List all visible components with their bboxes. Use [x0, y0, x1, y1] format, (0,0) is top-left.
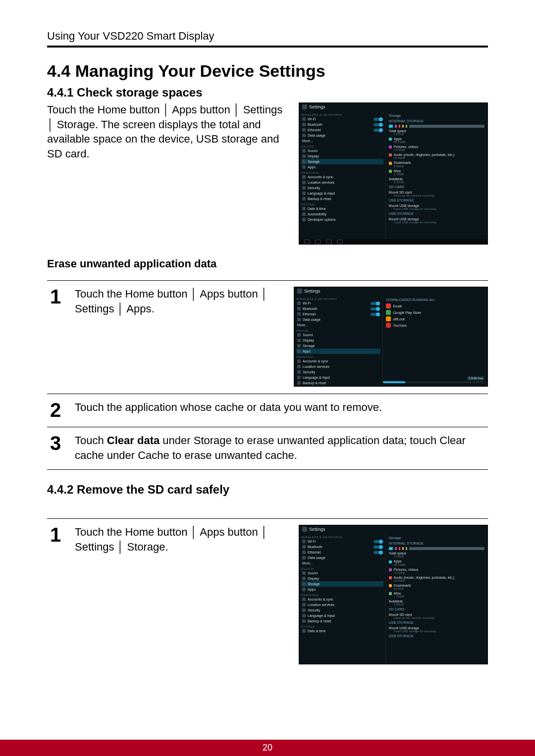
- sidebar-item-sound[interactable]: Sound: [301, 148, 383, 153]
- sidebar-item-display[interactable]: Display: [301, 153, 383, 159]
- sidebar-item-display[interactable]: Display: [301, 576, 383, 581]
- sidebar-item-label: Language & input: [308, 192, 335, 195]
- sidebar-item-wifi[interactable]: Wi-Fi: [301, 539, 383, 544]
- sidebar-item-developer[interactable]: Developer options: [301, 217, 383, 222]
- sidebar-item-storage[interactable]: Storage: [301, 581, 383, 587]
- sidebar-item-accounts[interactable]: Accounts & sync: [296, 358, 380, 364]
- legend-free: [409, 547, 484, 550]
- legend-audio: [399, 125, 400, 128]
- sidebar-item-ethernet[interactable]: Ethernet: [296, 311, 380, 317]
- app-icon: [386, 310, 391, 315]
- wifi-icon: [302, 540, 306, 543]
- sidebar-item-bluetooth[interactable]: Bluetooth: [301, 544, 383, 550]
- app-row[interactable]: YouTube: [386, 323, 484, 328]
- row-pics[interactable]: Pictures, videos72.00KB: [389, 568, 484, 574]
- sidebar-item-more[interactable]: More...: [296, 322, 380, 328]
- sidebar-item-label: Storage: [303, 344, 315, 348]
- apps-storage-bar: 5.5GB free: [383, 381, 484, 383]
- recent-icon[interactable]: [326, 240, 332, 244]
- row-apps[interactable]: Apps86.79MB: [389, 559, 484, 566]
- sidebar-item-ethernet[interactable]: Ethernet: [301, 127, 383, 133]
- sidebar-item-storage[interactable]: Storage: [296, 343, 380, 349]
- sidebar-item-location[interactable]: Location services: [301, 602, 383, 607]
- sidebar-item-backup[interactable]: Backup & reset: [301, 618, 383, 624]
- sidebar-item-apps[interactable]: Apps: [296, 349, 380, 354]
- app-row[interactable]: Google Play Store: [386, 310, 484, 315]
- sidebar-item-security[interactable]: Security: [296, 369, 380, 375]
- sidebar-item-accounts[interactable]: Accounts & sync: [301, 174, 383, 180]
- ethernet-icon: [302, 551, 306, 554]
- sidebar-item-datausage[interactable]: Data usage: [296, 317, 380, 322]
- storage-panel: Storage INTERNAL STORAGE Total space5.62: [386, 533, 487, 664]
- row-misc[interactable]: Misc.1.76MB: [389, 169, 484, 176]
- sidebar-item-label: Wi-Fi: [303, 302, 311, 305]
- home-icon[interactable]: [315, 240, 321, 244]
- sidebar-item-datetime[interactable]: Date & time: [301, 628, 383, 634]
- sidebar-item-security[interactable]: Security: [301, 185, 383, 191]
- row-apps[interactable]: Apps86.79MB: [389, 137, 484, 144]
- sidebar-item-datetime[interactable]: Date & time: [301, 206, 383, 211]
- sidebar-item-datausage[interactable]: Data usage: [301, 555, 383, 560]
- screenshot-title-text: Settings: [309, 104, 325, 109]
- row-downloads[interactable]: Downloads8.00KB: [389, 584, 484, 590]
- sidebar-item-sound[interactable]: Sound: [301, 570, 383, 576]
- row-audio[interactable]: Audio (music, ringtones, podcasts, etc.)…: [389, 153, 484, 159]
- sidebar-item-accessibility[interactable]: Accessibility: [301, 211, 383, 217]
- display-icon: [302, 577, 306, 580]
- bluetooth-toggle[interactable]: [371, 307, 379, 310]
- sidebar-item-location[interactable]: Location services: [301, 180, 383, 185]
- braces-icon: [302, 218, 306, 221]
- sidebar-item-language[interactable]: Language & input: [301, 191, 383, 196]
- step-number: 2: [47, 400, 64, 420]
- back-icon[interactable]: [304, 240, 310, 244]
- swatch-audio: [389, 153, 392, 156]
- sidebar-item-label: Accessibility: [308, 212, 326, 216]
- bluetooth-toggle[interactable]: [374, 123, 382, 126]
- sidebar-item-security[interactable]: Security: [301, 607, 383, 613]
- ethernet-toggle[interactable]: [374, 129, 382, 132]
- sidebar-item-backup[interactable]: Backup & reset: [301, 196, 383, 202]
- ethernet-toggle[interactable]: [374, 551, 382, 554]
- bluetooth-toggle[interactable]: [374, 546, 382, 549]
- sidebar-item-display[interactable]: Display: [296, 338, 380, 343]
- app-row[interactable]: Email: [386, 303, 484, 308]
- wifi-toggle[interactable]: [374, 118, 382, 121]
- app-row[interactable]: utilLock: [386, 316, 484, 321]
- sidebar-item-label: Language & input: [308, 614, 335, 617]
- sync-icon: [302, 598, 306, 601]
- sidebar-item-language[interactable]: Language & input: [301, 613, 383, 618]
- internal-storage-heading: INTERNAL STORAGE: [389, 119, 484, 123]
- row-audio[interactable]: Audio (music, ringtones, podcasts, etc.)…: [389, 576, 484, 582]
- sidebar-item-more[interactable]: More...: [301, 138, 383, 144]
- sidebar-item-label: Location services: [303, 365, 329, 368]
- row-downloads[interactable]: Downloads8.00KB: [389, 161, 484, 167]
- legend-free: [409, 125, 484, 128]
- sidebar-item-backup[interactable]: Backup & reset: [296, 380, 380, 386]
- sidebar-item-language[interactable]: Language & input: [296, 375, 380, 380]
- running-head: Using Your VSD220 Smart Display: [47, 30, 488, 43]
- sidebar-item-more[interactable]: More...: [301, 560, 383, 566]
- ethernet-toggle[interactable]: [371, 313, 379, 316]
- wifi-toggle[interactable]: [371, 302, 379, 305]
- wifi-toggle[interactable]: [374, 540, 382, 543]
- panel-heading: Storage: [389, 536, 484, 540]
- sidebar-item-wifi[interactable]: Wi-Fi: [296, 301, 380, 306]
- lock-icon: [302, 608, 306, 612]
- row-pics[interactable]: Pictures, videos72.00KB: [389, 145, 484, 151]
- sidebar-item-storage[interactable]: Storage: [301, 159, 383, 164]
- sidebar-item-accounts[interactable]: Accounts & sync: [301, 597, 383, 602]
- sidebar-item-ethernet[interactable]: Ethernet: [301, 550, 383, 555]
- row-misc[interactable]: Misc.1.76MB: [389, 592, 484, 598]
- sidebar-item-datausage[interactable]: Data usage: [301, 133, 383, 138]
- sidebar-item-apps[interactable]: Apps: [301, 164, 383, 170]
- sidebar-item-apps[interactable]: Apps: [301, 587, 383, 592]
- sidebar-item-sound[interactable]: Sound: [296, 332, 380, 338]
- sidebar-item-bluetooth[interactable]: Bluetooth: [301, 122, 383, 127]
- sidebar-item-wifi[interactable]: Wi-Fi: [301, 116, 383, 122]
- sidebar-item-location[interactable]: Location services: [296, 364, 380, 369]
- apps-tabs[interactable]: DOWNLOADED RUNNING ALL: [386, 298, 484, 302]
- screenshot-icon[interactable]: [337, 240, 343, 244]
- sidebar-item-bluetooth[interactable]: Bluetooth: [296, 306, 380, 311]
- bluetooth-icon: [297, 307, 301, 310]
- sync-icon: [297, 359, 301, 363]
